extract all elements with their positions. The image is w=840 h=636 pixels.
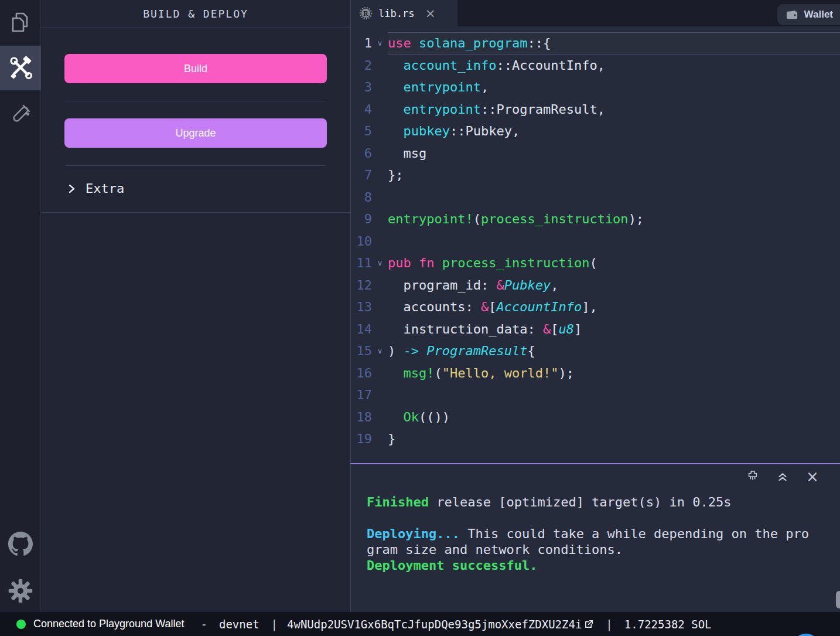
terminal-line: Deployment successful. [367, 557, 834, 573]
line-number: 2 [351, 55, 372, 77]
tab-label: lib.rs [378, 8, 414, 19]
code-text[interactable]: program_id: &Pubkey, [388, 274, 840, 297]
clean-terminal-icon[interactable] [746, 470, 759, 483]
sidebar-item-explorer[interactable] [0, 7, 41, 40]
code-text[interactable]: pubkey::Pubkey, [388, 120, 840, 142]
code-text[interactable]: ) -> ProgramResult{ [388, 340, 840, 362]
connection-status-dot [16, 620, 26, 629]
sol-balance: 1.7225382 SOL [624, 618, 712, 631]
code-line[interactable]: 14 instruction_data: &[u8] [351, 318, 840, 341]
upgrade-button[interactable]: Upgrade [64, 118, 327, 148]
scrollbar-thumb[interactable] [836, 591, 840, 608]
code-text[interactable]: use solana_program::{ [388, 32, 840, 55]
svg-text:R: R [363, 10, 368, 17]
code-line[interactable]: 9entrypoint!(process_instruction); [351, 208, 840, 230]
code-text[interactable] [388, 230, 840, 253]
line-number: 9 [351, 208, 372, 230]
line-number: 7 [351, 164, 372, 186]
fold-arrow-icon[interactable]: ∨ [372, 340, 388, 362]
chevron-right-icon [67, 183, 76, 195]
sidebar-item-settings[interactable] [0, 576, 41, 606]
line-number: 1 [351, 32, 372, 55]
code-line[interactable]: 10 [351, 230, 840, 253]
wallet-address[interactable]: 4wNUdp2USV1Gx6BqTcJfupDQe93g5jmoXxefZDXU… [287, 618, 582, 631]
fold-gutter [372, 384, 388, 406]
terminal-line [367, 510, 834, 526]
editor-area: R lib.rs × Wallet 1∨use solana_program::… [350, 0, 840, 463]
fold-gutter [372, 318, 388, 341]
fold-gutter [372, 428, 388, 450]
wallet-button[interactable]: Wallet [777, 4, 840, 25]
code-line[interactable]: 3 entrypoint, [351, 76, 840, 98]
code-text[interactable]: entrypoint!(process_instruction); [388, 208, 840, 230]
line-number: 17 [351, 384, 372, 406]
code-line[interactable]: 12 program_id: &Pubkey, [351, 274, 840, 297]
code-line[interactable]: 11∨pub fn process_instruction( [351, 252, 840, 274]
code-text[interactable]: pub fn process_instruction( [388, 252, 840, 274]
code-text[interactable]: msg [388, 142, 840, 165]
code-line[interactable]: 15∨) -> ProgramResult{ [351, 340, 840, 362]
code-text[interactable]: entrypoint, [388, 76, 840, 98]
code-line[interactable]: 7}; [351, 164, 840, 186]
code-text[interactable]: entrypoint::ProgramResult, [388, 98, 840, 121]
code-line[interactable]: 4 entrypoint::ProgramResult, [351, 98, 840, 121]
line-number: 5 [351, 120, 372, 142]
code-text[interactable]: Ok(()) [388, 406, 840, 428]
code-text[interactable]: account_info::AccountInfo, [388, 55, 840, 77]
code-line[interactable]: 6 msg [351, 142, 840, 165]
divider [41, 212, 350, 213]
code-text[interactable] [388, 186, 840, 209]
fold-gutter [372, 98, 388, 121]
terminal-line: gram size and network conditions. [367, 542, 834, 557]
maximize-terminal-icon[interactable] [776, 470, 789, 483]
fold-gutter [372, 296, 388, 318]
code-lines[interactable]: 1∨use solana_program::{2 account_info::A… [351, 26, 840, 450]
fold-gutter [372, 406, 388, 428]
code-text[interactable]: }; [388, 164, 840, 186]
sidebar-item-build-deploy[interactable] [0, 46, 41, 90]
tab-lib-rs[interactable]: R lib.rs × [351, 0, 457, 26]
code-text[interactable]: instruction_data: &[u8] [388, 318, 840, 341]
build-tools-icon [8, 55, 33, 81]
line-number: 18 [351, 406, 372, 428]
code-line[interactable]: 5 pubkey::Pubkey, [351, 120, 840, 142]
code-line[interactable]: 16 msg!("Hello, world!"); [351, 362, 840, 385]
code-text[interactable] [388, 384, 840, 406]
network-label[interactable]: devnet [219, 618, 259, 631]
line-number: 19 [351, 428, 372, 450]
code-line[interactable]: 17 [351, 384, 840, 406]
tab-close-icon[interactable]: × [425, 7, 435, 20]
connection-status-text: Connected to Playground Wallet [33, 618, 184, 630]
fold-gutter [372, 208, 388, 230]
close-terminal-icon[interactable]: × [806, 470, 819, 483]
terminal-toolbar: × [746, 470, 819, 483]
sidebar-item-github[interactable] [0, 529, 41, 559]
code-text[interactable]: msg!("Hello, world!"); [388, 362, 840, 385]
build-button[interactable]: Build [64, 54, 327, 83]
code-line[interactable]: 19} [351, 428, 840, 450]
line-number: 12 [351, 274, 372, 297]
external-link-icon[interactable] [584, 619, 594, 629]
code-line[interactable]: 2 account_info::AccountInfo, [351, 55, 840, 77]
code-line[interactable]: 1∨use solana_program::{ [351, 32, 840, 55]
fold-arrow-icon[interactable]: ∨ [372, 252, 388, 274]
status-separator: | [606, 618, 612, 631]
terminal-panel: × Finished release [optimized] target(s)… [350, 463, 840, 612]
activity-bar [0, 0, 41, 612]
line-number: 13 [351, 296, 372, 318]
code-line[interactable]: 13 accounts: &[AccountInfo], [351, 296, 840, 318]
test-tube-icon [8, 101, 33, 127]
code-line[interactable]: 18 Ok(()) [351, 406, 840, 428]
line-number: 14 [351, 318, 372, 341]
extra-section-toggle[interactable]: Extra [67, 181, 350, 196]
code-text[interactable]: } [388, 428, 840, 450]
terminal-line: Deploying... This could take a while dep… [367, 526, 834, 542]
fold-arrow-icon[interactable]: ∨ [372, 32, 388, 55]
fold-gutter [372, 142, 388, 165]
wallet-icon [786, 9, 798, 21]
tab-bar: R lib.rs × Wallet [351, 0, 840, 26]
line-number: 16 [351, 362, 372, 385]
code-line[interactable]: 8 [351, 186, 840, 209]
sidebar-item-test[interactable] [0, 97, 41, 132]
code-text[interactable]: accounts: &[AccountInfo], [388, 296, 840, 318]
